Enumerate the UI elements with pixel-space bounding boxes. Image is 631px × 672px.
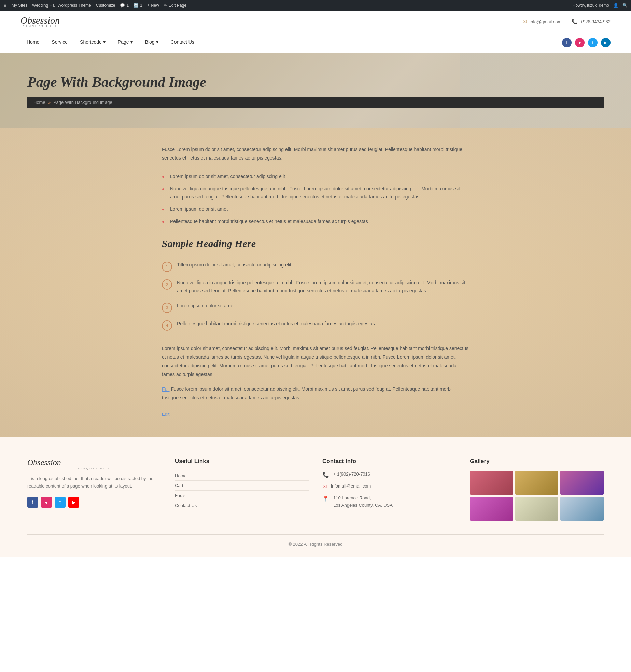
nav-contact[interactable]: Contact Us	[165, 32, 200, 53]
main-content: Fusce Lorem ipsum dolor sit amet, consec…	[0, 128, 631, 437]
footer-gallery-grid	[470, 471, 604, 521]
hero-decoration	[460, 53, 631, 128]
list-item: Lorem ipsum dolor sit amet	[162, 203, 469, 216]
my-sites-link[interactable]: My Sites	[12, 3, 27, 8]
footer-logo[interactable]: Obsession BANQUET HALL	[27, 458, 161, 470]
nav-social: f ● t in	[562, 38, 611, 47]
top-header: Obsession BANQUET HALL ✉ info@gmail.com …	[0, 11, 631, 32]
search-admin-icon[interactable]: 🔍	[622, 3, 628, 8]
updates-link[interactable]: 🔄 1	[134, 3, 142, 8]
footer-phone-item: 📞 + 1(902)-720-7016	[322, 471, 456, 478]
list-item: 3 Lorem ipsum dolor sit amet	[162, 299, 469, 316]
theme-link[interactable]: Wedding Hall Wordpress Theme	[32, 3, 91, 8]
list-item: Lorem ipsum dolor sit amet, consectetur …	[162, 170, 469, 183]
footer-contact-heading: Contact Info	[322, 458, 456, 465]
footer-contact-column: Contact Info 📞 + 1(902)-720-7016 ✉ infom…	[322, 458, 456, 521]
footer-facebook-icon[interactable]: f	[27, 497, 38, 508]
email-contact: ✉ info@gmail.com	[523, 19, 561, 24]
comments-link[interactable]: 💬 1	[120, 3, 129, 8]
gallery-thumb-2[interactable]	[515, 471, 559, 495]
admin-bar: ⊞ My Sites Wedding Hall Wordpress Theme …	[0, 0, 631, 11]
gallery-thumb-4[interactable]	[470, 497, 513, 521]
body-text-1: Lorem ipsum dolor sit amet, consectetur …	[162, 344, 469, 379]
nav-page[interactable]: Page ▾	[112, 32, 139, 53]
footer-link-contact[interactable]: Contact Us	[175, 500, 309, 510]
main-nav: Home Service Shortcode ▾ Page ▾ Blog ▾ C…	[0, 32, 631, 53]
new-link[interactable]: + New	[147, 3, 159, 8]
breadcrumb-home[interactable]: Home	[33, 100, 45, 105]
gallery-thumb-1[interactable]	[470, 471, 513, 495]
body-text-2: Full Fusce lorem ipsum dolor sit amet, c…	[162, 385, 469, 402]
list-item-text: Titlem ipsum dolor sit amet, consectetur…	[177, 261, 291, 269]
footer-description: It is a long established fact that a rea…	[27, 475, 161, 490]
footer-gallery-heading: Gallery	[470, 458, 604, 465]
footer-link-home[interactable]: Home	[175, 471, 309, 481]
footer-bottom: © 2022 All Rights Reserved	[27, 534, 604, 547]
copyright-text: © 2022 All Rights Reserved	[288, 541, 342, 547]
list-item: 4 Pellentesque habitant morbi tristique …	[162, 316, 469, 334]
number-badge: 2	[162, 279, 172, 290]
list-item: 2 Nunc vel ligula in augue tristique pel…	[162, 275, 469, 299]
gallery-thumb-6[interactable]	[560, 497, 604, 521]
footer-link-cart[interactable]: Cart	[175, 481, 309, 491]
footer-address-item: 📍 110 Lorence Road, Los Angeles County, …	[322, 495, 456, 509]
breadcrumb-separator: »	[48, 100, 51, 105]
footer-logo-sub: BANQUET HALL	[27, 467, 161, 470]
footer-address-text: 110 Lorence Road, Los Angeles County, CA…	[333, 495, 393, 509]
edit-link[interactable]: Edit	[162, 412, 169, 417]
nav-service[interactable]: Service	[45, 32, 74, 53]
number-badge: 3	[162, 303, 172, 313]
list-item: Pellentesque habitant morbi tristique se…	[162, 216, 469, 228]
social-twitter-icon[interactable]: t	[588, 38, 598, 47]
page-hero: Page With Background Image Home » Page W…	[0, 53, 631, 128]
footer-link-faq[interactable]: Faq's	[175, 491, 309, 500]
howdy-text: Howdy, luzuk_demo	[573, 3, 609, 8]
phone-text: +926-3434-962	[580, 19, 611, 24]
bullet-list: Lorem ipsum dolor sit amet, consectetur …	[162, 170, 469, 228]
footer-gallery-column: Gallery	[470, 458, 604, 521]
list-item-text: Pellentesque habitant morbi tristique se…	[177, 320, 375, 328]
email-icon: ✉	[523, 19, 527, 24]
nav-blog[interactable]: Blog ▾	[139, 32, 165, 53]
phone-contact: 📞 +926-3434-962	[572, 19, 611, 24]
body-text-2-content: Fusce lorem ipsum dolor sit amet, consec…	[162, 386, 452, 400]
footer-links-column: Useful Links Home Cart Faq's Contact Us	[175, 458, 309, 521]
email-text: info@gmail.com	[530, 19, 561, 24]
nav-shortcode[interactable]: Shortcode ▾	[74, 32, 112, 53]
logo[interactable]: Obsession BANQUET HALL	[20, 15, 60, 28]
footer-youtube-icon[interactable]: ▶	[68, 497, 79, 508]
footer-grid: Obsession BANQUET HALL It is a long esta…	[27, 458, 604, 521]
footer-email-text: infomail@email.com	[331, 483, 371, 490]
breadcrumb-current: Page With Background Image	[53, 100, 112, 105]
breadcrumb: Home » Page With Background Image	[27, 97, 604, 108]
top-contact: ✉ info@gmail.com 📞 +926-3434-962	[523, 19, 611, 24]
gallery-thumb-3[interactable]	[560, 471, 604, 495]
sample-heading: Sample Heading Here	[162, 238, 469, 249]
full-link[interactable]: Full	[162, 386, 170, 392]
edit-page-link[interactable]: ✏ Edit Page	[164, 3, 186, 8]
wp-logo[interactable]: ⊞	[3, 3, 7, 8]
footer-instagram-icon[interactable]: ●	[41, 497, 52, 508]
footer-links-list: Home Cart Faq's Contact Us	[175, 471, 309, 510]
user-avatar[interactable]: 👤	[613, 3, 618, 8]
footer-phone-icon: 📞	[322, 471, 329, 478]
numbered-list: 1 Titlem ipsum dolor sit amet, consectet…	[162, 258, 469, 334]
footer-links-heading: Useful Links	[175, 458, 309, 465]
list-item-text: Lorem ipsum dolor sit amet	[177, 302, 235, 310]
footer-phone-text: + 1(902)-720-7016	[333, 471, 370, 478]
intro-text: Fusce Lorem ipsum dolor sit amet, consec…	[162, 145, 469, 162]
gallery-thumb-5[interactable]	[515, 497, 559, 521]
social-facebook-icon[interactable]: f	[562, 38, 572, 47]
customize-link[interactable]: Customize	[96, 3, 115, 8]
footer-email-item: ✉ infomail@email.com	[322, 483, 456, 490]
nav-home[interactable]: Home	[20, 32, 45, 53]
phone-icon: 📞	[572, 19, 577, 24]
page-title: Page With Background Image	[27, 74, 604, 90]
footer-twitter-icon[interactable]: t	[55, 497, 66, 508]
nav-links: Home Service Shortcode ▾ Page ▾ Blog ▾ C…	[20, 32, 200, 53]
social-linkedin-icon[interactable]: in	[601, 38, 611, 47]
list-item-text: Nunc vel ligula in augue tristique pelle…	[177, 279, 469, 295]
footer-address-icon: 📍	[322, 495, 329, 502]
social-instagram-icon[interactable]: ●	[575, 38, 585, 47]
list-item: Nunc vel ligula in augue tristique pelle…	[162, 183, 469, 203]
